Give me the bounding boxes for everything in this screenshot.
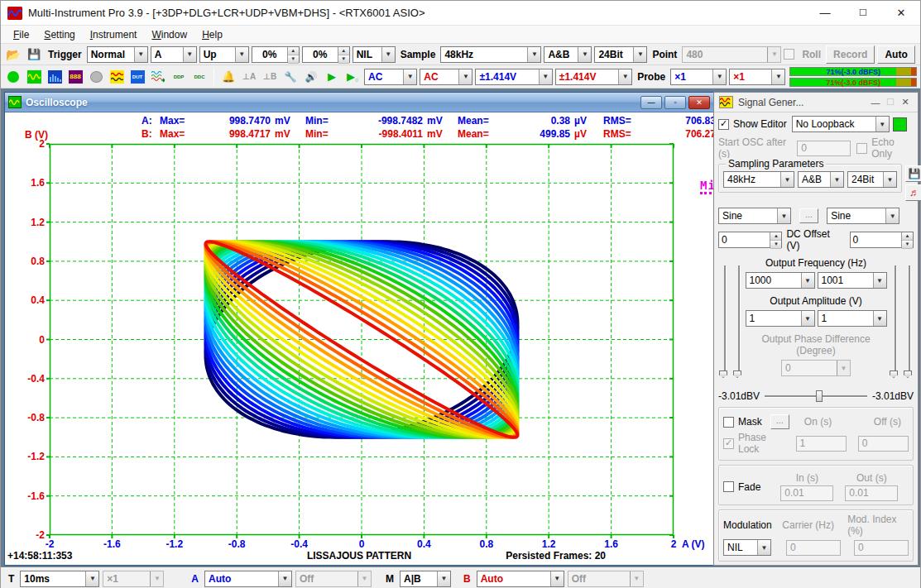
menu-setting[interactable]: Setting [36, 27, 82, 42]
save-file-icon[interactable]: 💾 [25, 45, 43, 64]
siggen-close-button[interactable]: ✕ [898, 97, 913, 108]
siggen-run-button[interactable] [893, 117, 907, 131]
y-tick-label: 0 [7, 334, 45, 346]
dc-offset-b-spinner[interactable]: 0▲▼ [850, 232, 914, 248]
channel-b-mode-select[interactable]: Auto▼ [477, 571, 564, 587]
menu-help[interactable]: Help [194, 27, 230, 42]
range-a-select[interactable]: ±1.414V▼ [475, 69, 552, 85]
mask-checkbox[interactable] [723, 417, 734, 428]
run-indicator-icon[interactable] [4, 68, 22, 86]
siggen-note-button[interactable]: ♬ [905, 184, 921, 201]
menu-window[interactable]: Window [144, 27, 194, 42]
waveform-a-select[interactable]: Sine▼ [718, 208, 791, 224]
trigger-level-spinner[interactable]: 0%▲▼ [252, 46, 300, 63]
amplitude-b-select[interactable]: 1▼ [818, 310, 887, 327]
menubar: File Setting Instrument Window Help [1, 26, 920, 44]
trigger-delay-spinner[interactable]: 0%▲▼ [302, 46, 350, 63]
start-osc-label: Start OSC after (s) [718, 136, 794, 160]
chevron-down-icon: ▼ [235, 47, 248, 62]
trigger-mode-select[interactable]: Normal▼ [87, 46, 148, 63]
play-icon[interactable]: ▶ [323, 68, 341, 86]
spin-down-icon: ▼ [770, 241, 781, 249]
amplitude-slider-a1[interactable] [718, 265, 729, 388]
siggen-rate-select[interactable]: 48kHz▼ [723, 171, 794, 188]
sample-rate-select[interactable]: 48kHz▼ [440, 46, 541, 63]
probe-b-select[interactable]: ×1▼ [729, 69, 785, 85]
modulation-select[interactable]: NIL▼ [723, 539, 771, 556]
point-label: Point [650, 49, 679, 60]
spin-up-icon: ▲ [902, 232, 913, 241]
siggen-titlebar[interactable]: Signal Gener... — ☐ ✕ [714, 93, 918, 112]
oscilloscope-titlebar[interactable]: Oscilloscope — ▫ ✕ [5, 93, 713, 112]
waveform-b-select[interactable]: Sine▼ [827, 208, 899, 224]
trigger-hpf-select[interactable]: NIL▼ [353, 46, 396, 63]
channel-a-mode-select[interactable]: Auto▼ [204, 571, 292, 587]
trigger-source-select[interactable]: A▼ [151, 46, 197, 63]
chevron-down-icon: ▼ [437, 571, 450, 586]
amplitude-slider-b1[interactable] [889, 265, 899, 388]
menu-file[interactable]: File [6, 27, 36, 42]
show-editor-checkbox[interactable] [718, 119, 729, 130]
timebase-select[interactable]: 10ms▼ [20, 571, 99, 587]
menu-instrument[interactable]: Instrument [83, 27, 145, 42]
sample-channels-select[interactable]: A&B▼ [544, 46, 592, 63]
y-tick-label: -0.4 [7, 373, 45, 385]
fade-checkbox[interactable] [723, 481, 734, 492]
siggen-channels-select[interactable]: A&B▼ [798, 171, 844, 188]
siggen-save-button[interactable]: 💾 [905, 165, 921, 182]
coupling-a-select[interactable]: AC▼ [364, 69, 417, 85]
derived-series-icon[interactable] [149, 68, 167, 86]
device-test-plan-icon[interactable]: DUT [128, 68, 146, 86]
minimize-button[interactable]: — [806, 1, 844, 25]
waveform-more-button[interactable]: ... [799, 208, 818, 223]
lissajous-plot[interactable]: Mi [50, 144, 674, 535]
mod-index-label: Mod. Index (%) [847, 514, 909, 537]
amplitude-a-select[interactable]: 1▼ [746, 310, 815, 327]
speaker-icon[interactable]: 🔊 [302, 68, 320, 86]
dc-offset-a-spinner[interactable]: 0▲▼ [718, 232, 782, 248]
signal-generator-icon[interactable] [108, 68, 126, 86]
math-label: M [383, 573, 396, 585]
range-b-select[interactable]: ±1.414V▼ [555, 69, 632, 85]
frequency-b-select[interactable]: 1001▼ [818, 272, 887, 289]
spectrum-analyzer-icon[interactable] [46, 68, 64, 86]
x-tick-label: -1.2 [165, 538, 183, 550]
loopback-select[interactable]: No Loopback▼ [792, 116, 890, 132]
derived-data-curve-icon[interactable]: DDC [190, 68, 209, 86]
scope-close-button[interactable]: ✕ [688, 96, 710, 109]
siggen-bits-select[interactable]: 24Bit▼ [847, 171, 897, 188]
oscilloscope-icon[interactable] [25, 68, 43, 86]
toolbar-instruments-input: 888 DUT DDP DDC 🔔 ⊥A ⊥B 🔧 🔊 ▶ ▶○ AC▼ AC▼… [1, 65, 920, 88]
frequency-a-select[interactable]: 1000▼ [746, 272, 815, 289]
settings-wrench-icon[interactable]: 🔧 [281, 68, 300, 86]
chevron-down-icon: ▼ [801, 273, 814, 288]
multimeter-icon[interactable]: 888 [66, 68, 84, 86]
derived-data-point-icon[interactable]: DDP [170, 68, 188, 86]
fade-out-label: Out (s) [845, 472, 898, 484]
maximize-button[interactable]: ☐ [844, 1, 882, 25]
scope-restore-button[interactable]: ▫ [664, 96, 686, 109]
amplitude-slider-a2[interactable] [732, 265, 743, 388]
probe-a-select[interactable]: ×1▼ [670, 69, 727, 85]
balance-slider[interactable] [765, 390, 867, 403]
probe-cal-a-icon: ⊥A [240, 68, 258, 86]
auto-button[interactable]: Auto [877, 45, 914, 64]
fade-out-input: 0.01 [845, 485, 898, 501]
y-tick-label: 0.4 [7, 294, 45, 306]
mask-more-button[interactable]: ... [770, 414, 789, 429]
y-tick-label: 1.2 [7, 217, 45, 228]
math-mode-select[interactable]: A|B▼ [400, 571, 451, 587]
close-button[interactable]: ✕ [882, 1, 920, 25]
siggen-minimize-button[interactable]: — [868, 98, 883, 108]
sample-label: Sample [398, 49, 439, 60]
coupling-b-select[interactable]: AC▼ [420, 69, 472, 85]
sample-bits-select[interactable]: 24Bit▼ [594, 46, 647, 63]
open-file-icon[interactable]: 📂 [4, 45, 22, 64]
scope-minimize-button[interactable]: — [640, 96, 662, 109]
trigger-edge-select[interactable]: Up▼ [199, 46, 249, 63]
calibration-icon[interactable]: 🔔 [219, 68, 237, 86]
play-loop-icon[interactable]: ▶○ [343, 68, 362, 86]
level-meter-a: 71%(-3.0 dBFS) [789, 67, 917, 76]
x-tick-label: 2 [671, 538, 677, 550]
amplitude-slider-b2[interactable] [903, 265, 914, 388]
